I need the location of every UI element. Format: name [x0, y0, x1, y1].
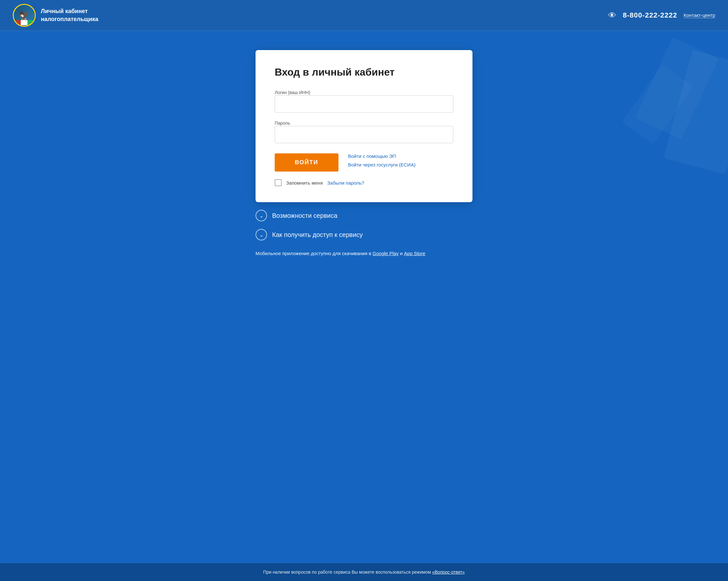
site-title: Личный кабинет налогоплательщика	[41, 7, 98, 23]
password-label: Пароль	[275, 121, 290, 126]
header: 🦅 Личный кабинет налогоплательщика 👁 8-8…	[0, 0, 728, 31]
remember-me-label: Запомнить меня	[286, 180, 323, 186]
expandable-label-2: Как получить доступ к сервису	[272, 231, 363, 239]
chevron-down-icon-2[interactable]: ⌄	[256, 229, 267, 240]
expandable-header-2[interactable]: ⌄ Как получить доступ к сервису	[256, 229, 472, 240]
header-left: 🦅 Личный кабинет налогоплательщика	[13, 4, 98, 27]
logo-flag-stripe	[15, 20, 34, 25]
mobile-app-and-text: и	[400, 250, 402, 256]
expandable-section-2[interactable]: ⌄ Как получить доступ к сервису	[256, 229, 472, 240]
footer: При наличии вопросов по работе сервиса В…	[0, 563, 728, 581]
password-input[interactable]	[275, 126, 453, 143]
form-actions-row: ВОЙТИ Войти с помощью ЭП Войти через гос…	[275, 153, 453, 171]
expandable-section-1[interactable]: ⌄ Возможности сервиса	[256, 210, 472, 221]
app-store-link[interactable]: App Store	[404, 250, 425, 256]
header-right: 👁 8-800-222-2222 Контакт-центр	[608, 10, 715, 20]
faq-link[interactable]: «Вопрос-ответ»	[432, 570, 465, 575]
contact-center-link[interactable]: Контакт-центр	[684, 12, 715, 18]
logo-inner: 🦅	[15, 5, 34, 25]
logo: 🦅	[13, 4, 36, 27]
login-input[interactable]	[275, 95, 453, 112]
mobile-app-section: Мобильное приложение доступно для скачив…	[256, 250, 472, 257]
login-title: Вход в личный кабинет	[275, 66, 453, 78]
remember-row: Запомнить меня Забыли пароль?	[275, 179, 453, 186]
login-button[interactable]: ВОЙТИ	[275, 153, 338, 171]
google-play-link[interactable]: Google Play	[373, 250, 399, 256]
esia-login-link[interactable]: Войти через госуслуги (ЕСИА)	[348, 162, 415, 167]
alt-login-links: Войти с помощью ЭП Войти через госуслуги…	[348, 153, 415, 167]
login-card: Вход в личный кабинет Логин (ваш ИНН) Па…	[256, 50, 472, 202]
ep-login-link[interactable]: Войти с помощью ЭП	[348, 153, 415, 159]
expandable-header-1[interactable]: ⌄ Возможности сервиса	[256, 210, 472, 221]
login-label: Логин (ваш ИНН)	[275, 90, 310, 95]
remember-me-checkbox[interactable]	[275, 179, 282, 186]
chevron-down-icon-1[interactable]: ⌄	[256, 210, 267, 221]
eagle-icon: 🦅	[19, 10, 30, 21]
content-area: Вход в личный кабинет Логин (ваш ИНН) Па…	[0, 31, 728, 563]
footer-text: При наличии вопросов по работе сервиса В…	[263, 570, 431, 575]
accessibility-icon[interactable]: 👁	[608, 10, 616, 20]
main-content: Вход в личный кабинет Логин (ваш ИНН) Па…	[0, 31, 728, 270]
phone-number: 8-800-222-2222	[623, 11, 677, 20]
expandable-label-1: Возможности сервиса	[272, 212, 338, 219]
forgot-password-link[interactable]: Забыли пароль?	[327, 180, 364, 186]
mobile-app-text: Мобильное приложение доступно для скачив…	[256, 250, 371, 256]
